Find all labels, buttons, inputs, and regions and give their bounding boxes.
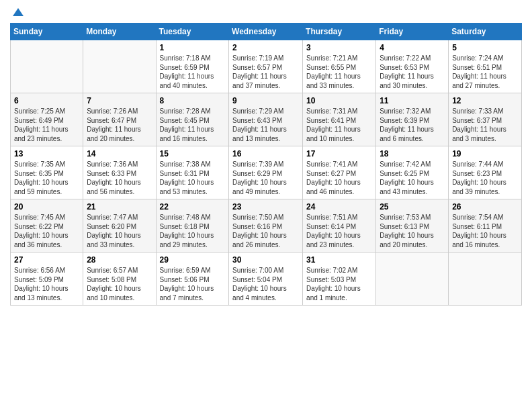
calendar-cell: 21Sunrise: 7:47 AM Sunset: 6:20 PM Dayli… [83,199,156,253]
calendar-cell: 15Sunrise: 7:38 AM Sunset: 6:31 PM Dayli… [156,146,229,199]
day-number: 18 [380,149,445,158]
day-number: 11 [380,96,445,105]
calendar-cell: 12Sunrise: 7:33 AM Sunset: 6:37 PM Dayli… [449,93,522,146]
day-number: 17 [306,149,372,158]
calendar-cell: 4Sunrise: 7:22 AM Sunset: 6:53 PM Daylig… [376,40,449,93]
day-number: 5 [452,43,518,52]
calendar-cell: 3Sunrise: 7:21 AM Sunset: 6:55 PM Daylig… [303,40,376,93]
cell-info: Sunrise: 7:41 AM Sunset: 6:27 PM Dayligh… [306,160,372,196]
calendar-cell: 22Sunrise: 7:48 AM Sunset: 6:18 PM Dayli… [156,199,229,253]
col-header-friday: Friday [376,24,449,40]
col-header-wednesday: Wednesday [229,24,303,40]
calendar-cell: 17Sunrise: 7:41 AM Sunset: 6:27 PM Dayli… [303,146,376,199]
day-number: 30 [232,255,299,265]
day-number: 2 [232,43,299,52]
col-header-monday: Monday [83,24,156,40]
calendar-cell: 19Sunrise: 7:44 AM Sunset: 6:23 PM Dayli… [449,146,522,199]
calendar-cell: 18Sunrise: 7:42 AM Sunset: 6:25 PM Dayli… [376,146,449,199]
calendar-cell [376,253,449,306]
calendar-cell: 30Sunrise: 7:00 AM Sunset: 5:04 PM Dayli… [229,253,303,306]
calendar-cell: 10Sunrise: 7:31 AM Sunset: 6:41 PM Dayli… [303,93,376,146]
cell-info: Sunrise: 7:25 AM Sunset: 6:49 PM Dayligh… [14,107,79,143]
day-number: 26 [452,202,518,212]
day-number: 4 [380,43,445,52]
day-number: 8 [160,96,226,105]
calendar-cell: 25Sunrise: 7:53 AM Sunset: 6:13 PM Dayli… [376,199,449,253]
day-number: 14 [87,149,152,158]
calendar-cell: 31Sunrise: 7:02 AM Sunset: 5:03 PM Dayli… [303,253,376,306]
calendar-cell: 13Sunrise: 7:35 AM Sunset: 6:35 PM Dayli… [11,146,83,199]
cell-info: Sunrise: 7:26 AM Sunset: 6:47 PM Dayligh… [87,107,152,143]
calendar-cell [449,253,522,306]
day-number: 21 [87,202,152,212]
cell-info: Sunrise: 7:29 AM Sunset: 6:43 PM Dayligh… [232,107,299,143]
day-number: 13 [14,149,79,158]
calendar-cell: 20Sunrise: 7:45 AM Sunset: 6:22 PM Dayli… [11,199,83,253]
cell-info: Sunrise: 7:28 AM Sunset: 6:45 PM Dayligh… [160,107,226,143]
cell-info: Sunrise: 7:38 AM Sunset: 6:31 PM Dayligh… [160,160,226,196]
calendar-cell: 6Sunrise: 7:25 AM Sunset: 6:49 PM Daylig… [11,93,83,146]
week-row-1: 1Sunrise: 7:18 AM Sunset: 6:59 PM Daylig… [11,40,522,93]
cell-info: Sunrise: 7:24 AM Sunset: 6:51 PM Dayligh… [452,54,518,90]
page: SundayMondayTuesdayWednesdayThursdayFrid… [0,0,532,411]
cell-info: Sunrise: 7:35 AM Sunset: 6:35 PM Dayligh… [14,160,79,196]
cell-info: Sunrise: 7:36 AM Sunset: 6:33 PM Dayligh… [87,160,152,196]
cell-info: Sunrise: 7:02 AM Sunset: 5:03 PM Dayligh… [306,266,372,302]
day-number: 27 [14,255,79,265]
day-number: 24 [306,202,372,212]
svg-marker-0 [13,8,24,16]
cell-info: Sunrise: 7:50 AM Sunset: 6:16 PM Dayligh… [232,213,299,249]
calendar-cell [11,40,83,93]
week-row-2: 6Sunrise: 7:25 AM Sunset: 6:49 PM Daylig… [11,93,522,146]
cell-info: Sunrise: 6:59 AM Sunset: 5:06 PM Dayligh… [160,266,226,302]
calendar-cell: 16Sunrise: 7:39 AM Sunset: 6:29 PM Dayli… [229,146,303,199]
calendar-cell: 8Sunrise: 7:28 AM Sunset: 6:45 PM Daylig… [156,93,229,146]
header-row: SundayMondayTuesdayWednesdayThursdayFrid… [11,24,522,40]
cell-info: Sunrise: 7:39 AM Sunset: 6:29 PM Dayligh… [232,160,299,196]
cell-info: Sunrise: 7:00 AM Sunset: 5:04 PM Dayligh… [232,266,299,302]
calendar-cell: 1Sunrise: 7:18 AM Sunset: 6:59 PM Daylig… [156,40,229,93]
cell-info: Sunrise: 6:56 AM Sunset: 5:09 PM Dayligh… [14,266,79,302]
day-number: 29 [160,255,226,265]
cell-info: Sunrise: 7:18 AM Sunset: 6:59 PM Dayligh… [160,54,226,90]
calendar-cell: 23Sunrise: 7:50 AM Sunset: 6:16 PM Dayli… [229,199,303,253]
day-number: 7 [87,96,152,105]
cell-info: Sunrise: 7:45 AM Sunset: 6:22 PM Dayligh… [14,213,79,249]
calendar-cell: 28Sunrise: 6:57 AM Sunset: 5:08 PM Dayli… [83,253,156,306]
cell-info: Sunrise: 7:21 AM Sunset: 6:55 PM Dayligh… [306,54,372,90]
day-number: 20 [14,202,79,212]
day-number: 31 [306,255,372,265]
calendar-cell: 9Sunrise: 7:29 AM Sunset: 6:43 PM Daylig… [229,93,303,146]
cell-info: Sunrise: 7:19 AM Sunset: 6:57 PM Dayligh… [232,54,299,90]
day-number: 9 [232,96,299,105]
cell-info: Sunrise: 6:57 AM Sunset: 5:08 PM Dayligh… [87,266,152,302]
cell-info: Sunrise: 7:32 AM Sunset: 6:39 PM Dayligh… [380,107,445,143]
day-number: 15 [160,149,226,158]
day-number: 16 [232,149,299,158]
calendar-cell: 11Sunrise: 7:32 AM Sunset: 6:39 PM Dayli… [376,93,449,146]
col-header-saturday: Saturday [449,24,522,40]
cell-info: Sunrise: 7:54 AM Sunset: 6:11 PM Dayligh… [452,213,518,249]
week-row-3: 13Sunrise: 7:35 AM Sunset: 6:35 PM Dayli… [11,146,522,199]
header [10,7,522,17]
cell-info: Sunrise: 7:33 AM Sunset: 6:37 PM Dayligh… [452,107,518,143]
calendar-cell: 29Sunrise: 6:59 AM Sunset: 5:06 PM Dayli… [156,253,229,306]
week-row-5: 27Sunrise: 6:56 AM Sunset: 5:09 PM Dayli… [11,253,522,306]
cell-info: Sunrise: 7:51 AM Sunset: 6:14 PM Dayligh… [306,213,372,249]
col-header-thursday: Thursday [303,24,376,40]
logo-icon [11,7,25,20]
calendar-cell: 2Sunrise: 7:19 AM Sunset: 6:57 PM Daylig… [229,40,303,93]
calendar-table: SundayMondayTuesdayWednesdayThursdayFrid… [10,23,522,306]
day-number: 1 [160,43,226,52]
day-number: 6 [14,96,79,105]
cell-info: Sunrise: 7:53 AM Sunset: 6:13 PM Dayligh… [380,213,445,249]
calendar-cell: 5Sunrise: 7:24 AM Sunset: 6:51 PM Daylig… [449,40,522,93]
cell-info: Sunrise: 7:42 AM Sunset: 6:25 PM Dayligh… [380,160,445,196]
cell-info: Sunrise: 7:47 AM Sunset: 6:20 PM Dayligh… [87,213,152,249]
calendar-cell: 27Sunrise: 6:56 AM Sunset: 5:09 PM Dayli… [11,253,83,306]
calendar-cell: 7Sunrise: 7:26 AM Sunset: 6:47 PM Daylig… [83,93,156,146]
col-header-tuesday: Tuesday [156,24,229,40]
cell-info: Sunrise: 7:31 AM Sunset: 6:41 PM Dayligh… [306,107,372,143]
cell-info: Sunrise: 7:48 AM Sunset: 6:18 PM Dayligh… [160,213,226,249]
day-number: 22 [160,202,226,212]
